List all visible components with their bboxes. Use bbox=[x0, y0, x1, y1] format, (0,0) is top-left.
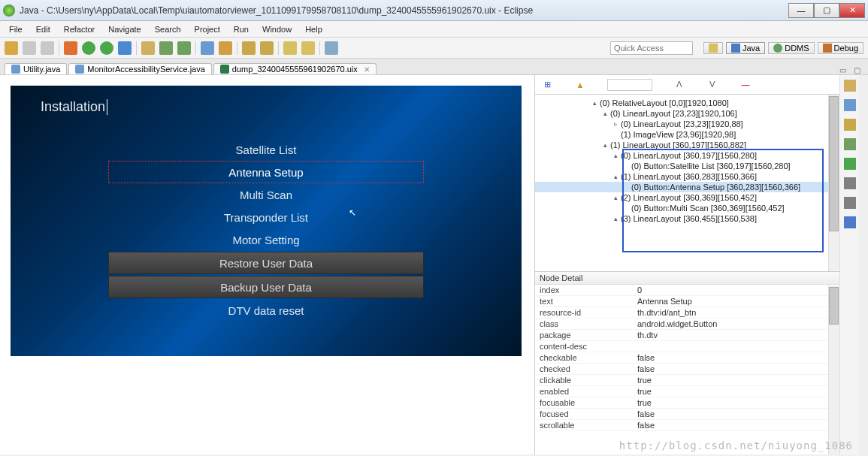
tree-node[interactable]: (0) Button:Satellite List [360,197][1560… bbox=[535, 161, 839, 171]
device-menu-item[interactable]: DTV data reset bbox=[108, 299, 424, 322]
maximize-button[interactable]: ▢ bbox=[814, 3, 839, 18]
run-icon[interactable] bbox=[82, 41, 95, 55]
maximize-view-icon[interactable]: ▢ bbox=[851, 66, 863, 74]
delete-icon[interactable]: — bbox=[739, 79, 752, 91]
scrollbar-thumb[interactable] bbox=[829, 287, 839, 325]
tree-node[interactable]: ▴(1) LinearLayout [360,283][1560,366] bbox=[535, 171, 839, 182]
pin-icon[interactable] bbox=[325, 41, 338, 55]
new-class-icon[interactable] bbox=[159, 41, 173, 55]
todo-icon[interactable] bbox=[242, 41, 256, 55]
menu-edit[interactable]: Edit bbox=[30, 23, 56, 35]
tree-node[interactable]: ▹(0) LinearLayout [23,23][1920,88] bbox=[535, 119, 839, 129]
tree-node[interactable]: (1) ImageView [23,96][1920,98] bbox=[535, 129, 839, 140]
tree-node-label: (3) LinearLayout [360,455][1560,538] bbox=[621, 214, 757, 223]
devices-icon[interactable] bbox=[844, 119, 856, 131]
ui-hierarchy-tree[interactable]: ▴(0) RelativeLayout [0,0][1920,1080]▴(0)… bbox=[535, 95, 839, 271]
debug-icon[interactable] bbox=[64, 41, 77, 55]
tree-twisty-icon[interactable]: ▴ bbox=[612, 215, 619, 222]
device-menu-item[interactable]: Backup User Data bbox=[108, 276, 424, 298]
menu-file[interactable]: File bbox=[3, 23, 29, 35]
save-all-icon[interactable] bbox=[41, 41, 54, 55]
detail-row: clickabletrue bbox=[535, 375, 839, 386]
tab-dump-uix[interactable]: dump_3240045555961902670.uix ✕ bbox=[213, 63, 377, 74]
back-icon[interactable] bbox=[283, 41, 297, 55]
new-interface-icon[interactable] bbox=[177, 41, 191, 55]
emulator-icon[interactable] bbox=[844, 138, 856, 150]
menu-help[interactable]: Help bbox=[299, 23, 328, 35]
right-sidebar bbox=[839, 75, 859, 454]
menu-run[interactable]: Run bbox=[228, 23, 255, 35]
device-menu-item[interactable]: Multi Scan bbox=[108, 183, 424, 206]
tree-node[interactable]: ▴(3) LinearLayout [360,455][1560,538] bbox=[535, 213, 839, 224]
detail-row: focusabletrue bbox=[535, 397, 839, 409]
detail-key: focused bbox=[535, 409, 633, 420]
detail-value: false bbox=[633, 364, 839, 375]
tree-node[interactable]: ▴(2) LinearLayout [360,369][1560,452] bbox=[535, 192, 839, 203]
threads-icon[interactable] bbox=[844, 216, 856, 228]
tree-node[interactable]: ▴(0) RelativeLayout [0,0][1920,1080] bbox=[535, 98, 839, 108]
detail-key: package bbox=[535, 330, 633, 341]
tree-node[interactable]: ▴(0) LinearLayout [360,197][1560,280] bbox=[535, 150, 839, 161]
detail-row: textAntenna Setup bbox=[535, 296, 839, 307]
menu-refactor[interactable]: Refactor bbox=[58, 23, 101, 35]
new-icon[interactable] bbox=[5, 41, 18, 55]
tree-node[interactable]: (0) Button:Multi Scan [360,369][1560,452… bbox=[535, 203, 839, 213]
detail-key: checked bbox=[535, 364, 633, 375]
tree-twisty-icon[interactable]: ▴ bbox=[612, 152, 619, 159]
tree-node[interactable]: ▴(1) LinearLayout [360,197][1560,882] bbox=[535, 140, 839, 150]
tree-twisty-icon[interactable]: ▴ bbox=[601, 141, 609, 149]
open-perspective-button[interactable] bbox=[703, 42, 723, 54]
detail-value: th.dtv:id/ant_btn bbox=[633, 307, 839, 319]
next-icon[interactable]: ᐯ bbox=[706, 79, 718, 91]
tree-node[interactable]: ▴(0) LinearLayout [23,23][1920,106] bbox=[535, 108, 839, 119]
scrollbar-thumb[interactable] bbox=[829, 96, 839, 231]
perspective-ddms[interactable]: DDMS bbox=[768, 42, 814, 54]
device-menu-item[interactable]: Antenna Setup bbox=[108, 161, 424, 183]
menu-search[interactable]: Search bbox=[149, 23, 187, 35]
menu-navigate[interactable]: Navigate bbox=[102, 23, 147, 35]
device-menu-item[interactable]: Transponder List bbox=[108, 206, 424, 228]
file-explorer-icon[interactable] bbox=[844, 177, 856, 189]
search-icon[interactable] bbox=[219, 41, 232, 55]
expand-all-icon[interactable]: ⊞ bbox=[541, 79, 553, 91]
outline-icon[interactable] bbox=[844, 80, 856, 92]
tree-twisty-icon[interactable]: ▴ bbox=[612, 194, 619, 201]
warning-icon[interactable]: ▲ bbox=[574, 79, 586, 91]
heap-icon[interactable] bbox=[844, 197, 856, 209]
forward-icon[interactable] bbox=[301, 41, 315, 55]
device-menu-item[interactable]: Satellite List bbox=[108, 138, 424, 161]
prev-icon[interactable]: ᐱ bbox=[673, 79, 685, 91]
tab-monitor-service[interactable]: MonitorAccessibilityService.java bbox=[68, 63, 212, 74]
task-list-icon[interactable] bbox=[844, 99, 856, 111]
filter-input[interactable] bbox=[607, 79, 652, 91]
device-menu-item[interactable]: Motor Setting bbox=[108, 228, 424, 251]
close-button[interactable]: ✕ bbox=[839, 3, 865, 18]
menu-project[interactable]: Project bbox=[189, 23, 226, 35]
device-menu-item[interactable]: Restore User Data bbox=[108, 252, 424, 274]
minimize-button[interactable]: — bbox=[788, 3, 814, 18]
tree-node[interactable]: (0) Button:Antenna Setup [360,283][1560,… bbox=[535, 182, 839, 192]
tree-twisty-icon[interactable]: ▴ bbox=[612, 173, 619, 180]
run-last-icon[interactable] bbox=[100, 41, 113, 55]
logcat-icon[interactable] bbox=[844, 158, 856, 170]
perspective-icon bbox=[709, 44, 718, 53]
save-icon[interactable] bbox=[23, 41, 36, 55]
tab-utility[interactable]: Utility.java bbox=[5, 63, 67, 74]
detail-scrollbar[interactable] bbox=[828, 285, 839, 454]
minimize-view-icon[interactable]: ▭ bbox=[836, 66, 849, 74]
menu-window[interactable]: Window bbox=[256, 23, 298, 35]
new-package-icon[interactable] bbox=[141, 41, 155, 55]
quick-access-input[interactable] bbox=[610, 41, 693, 55]
device-screenshot[interactable]: Installation Satellite ListAntenna Setup… bbox=[11, 86, 522, 356]
tree-twisty-icon[interactable]: ▹ bbox=[612, 120, 619, 128]
perspective-debug[interactable]: Debug bbox=[818, 42, 863, 54]
tree-scrollbar[interactable] bbox=[828, 95, 839, 271]
tree-twisty-icon[interactable]: ▴ bbox=[591, 99, 598, 107]
bookmark-icon[interactable] bbox=[260, 41, 274, 55]
close-tab-icon[interactable]: ✕ bbox=[364, 65, 370, 74]
open-type-icon[interactable] bbox=[201, 41, 214, 55]
perspective-java[interactable]: Java bbox=[726, 42, 765, 54]
tree-twisty-icon[interactable]: ▴ bbox=[601, 110, 609, 117]
ext-tools-icon[interactable] bbox=[118, 41, 132, 55]
separator bbox=[195, 41, 196, 55]
